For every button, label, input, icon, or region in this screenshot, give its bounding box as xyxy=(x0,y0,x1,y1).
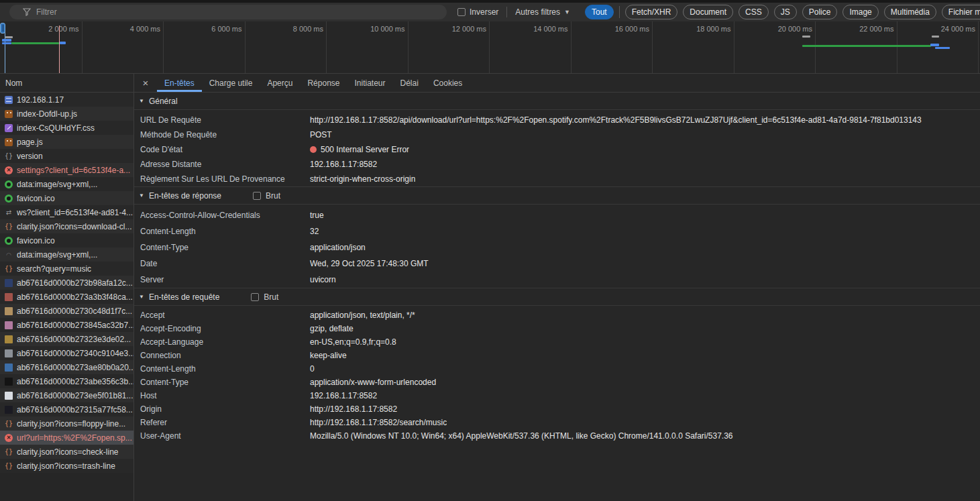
timeline-tick-label: 12 000 ms xyxy=(429,25,486,33)
raw-checkbox-request[interactable] xyxy=(251,293,259,301)
invert-checkbox-wrap[interactable]: Inverser xyxy=(457,7,498,17)
header-row: User-AgentMozilla/5.0 (Windows NT 10.0; … xyxy=(134,429,980,443)
invert-checkbox[interactable] xyxy=(457,8,466,16)
header-value: true xyxy=(310,211,324,220)
tab-cookies[interactable]: Cookies xyxy=(426,74,470,92)
request-row[interactable]: ab67616d0000b27340c9104e3... xyxy=(0,346,133,360)
header-name: Content-Type xyxy=(140,378,310,387)
request-row[interactable]: {}clarity.json?icons=download-cl... xyxy=(0,219,133,233)
raw-checkbox-response[interactable] xyxy=(253,192,261,200)
name-column-label: Nom xyxy=(5,78,22,88)
tab-aper-u[interactable]: Aperçu xyxy=(260,74,300,92)
filter-chip-image[interactable]: Image xyxy=(842,5,878,19)
request-row[interactable]: {}clarity.json?icons=trash-line xyxy=(0,459,133,473)
request-row[interactable]: ✕settings?client_id=6c513f4e-a... xyxy=(0,163,133,177)
overview-drag-handle[interactable] xyxy=(0,23,5,34)
header-row: Connectionkeep-alive xyxy=(134,349,980,362)
tab-en-t-tes[interactable]: En-têtes xyxy=(157,74,202,92)
request-row[interactable]: index-Dofdl-up.js xyxy=(0,107,133,121)
header-row: Originhttp://192.168.1.17:8582 xyxy=(134,402,980,416)
filter-chip-police[interactable]: Police xyxy=(802,5,838,19)
header-row: Access-Control-Allow-Credentialstrue xyxy=(134,207,980,223)
request-row[interactable]: ab67616d0000b273a3b3f48ca... xyxy=(0,290,133,304)
request-row[interactable]: ab67616d0000b273845ac32b7... xyxy=(0,318,133,332)
script-icon xyxy=(5,110,13,118)
filter-chip-css[interactable]: CSS xyxy=(739,5,769,19)
tab-initiateur[interactable]: Initiateur xyxy=(347,74,393,92)
waterfall-bar xyxy=(935,47,950,49)
header-value-text: gzip, deflate xyxy=(310,324,353,333)
request-row[interactable]: ab67616d0000b27315a77fc58... xyxy=(0,402,133,416)
filter-chip-tout[interactable]: Tout xyxy=(585,5,614,19)
request-row[interactable]: {}search?query=music xyxy=(0,262,133,276)
close-icon[interactable]: × xyxy=(134,74,157,92)
raw-toggle-request[interactable]: Brut xyxy=(251,292,278,302)
request-row[interactable]: ab67616d0000b273ee5f01b81... xyxy=(0,388,133,402)
section-general-header[interactable]: ▼ Général xyxy=(134,93,980,110)
request-row[interactable]: data:image/svg+xml,... xyxy=(0,177,133,191)
request-name: ws?client_id=6c513f4e-ad81-4... xyxy=(17,208,133,217)
request-row[interactable]: ⇄ws?client_id=6c513f4e-ad81-4... xyxy=(0,205,133,219)
section-response-headers: ▼ En-têtes de réponse Brut Access-Contro… xyxy=(134,186,980,288)
header-value-text: Mozilla/5.0 (Windows NT 10.0; Win64; x64… xyxy=(310,431,733,441)
request-row[interactable]: ab67616d0000b2730c48d1f7c... xyxy=(0,304,133,318)
tab-charge-utile[interactable]: Charge utile xyxy=(202,74,260,92)
tab-r-ponse[interactable]: Réponse xyxy=(300,74,347,92)
request-row[interactable]: ab67616d0000b273abe356c3b... xyxy=(0,374,133,388)
tab-d-lai[interactable]: Délai xyxy=(393,74,426,92)
header-name: User-Agent xyxy=(140,431,310,441)
timeline-gridline xyxy=(815,21,816,73)
filter-chip-fetch-xhr[interactable]: Fetch/XHR xyxy=(625,5,678,19)
request-name: 192.168.1.17 xyxy=(17,95,64,105)
triangle-down-icon: ▼ xyxy=(139,192,144,199)
network-overview-timeline[interactable]: 2 000 ms4 000 ms6 000 ms8 000 ms10 000 m… xyxy=(0,21,980,74)
more-filters-label: Autres filtres xyxy=(515,7,560,17)
request-row[interactable]: favicon.ico xyxy=(0,233,133,247)
filter-chip-fichier-manifeste[interactable]: Fichier manifeste xyxy=(942,5,980,19)
thumb-icon xyxy=(5,349,13,357)
filter-chip-multim-dia[interactable]: Multimédia xyxy=(884,5,936,19)
header-value: strict-origin-when-cross-origin xyxy=(310,174,415,184)
request-row[interactable]: ab67616d0000b273b98afa12c... xyxy=(0,276,133,290)
request-row[interactable]: ◠data:image/svg+xml,... xyxy=(0,247,133,262)
header-name: Content-Type xyxy=(140,243,310,252)
header-value: 0 xyxy=(310,364,315,374)
header-value: Mozilla/5.0 (Windows NT 10.0; Win64; x64… xyxy=(310,431,733,441)
timeline-tick-label: 8 000 ms xyxy=(266,25,323,33)
status-error-dot-icon xyxy=(310,146,317,153)
section-response-header[interactable]: ▼ En-têtes de réponse Brut xyxy=(134,187,980,205)
request-row[interactable]: ✕url?url=https:%2F%2Fopen.sp... xyxy=(0,431,133,445)
filter-input[interactable]: Filtrer xyxy=(9,5,447,19)
header-value: keep-alive xyxy=(310,351,347,360)
filter-chip-js[interactable]: JS xyxy=(774,5,797,19)
request-name: ab67616d0000b273845ac32b7... xyxy=(17,321,133,330)
section-request-header[interactable]: ▼ En-têtes de requête Brut xyxy=(134,288,980,306)
header-row: Accept-Languageen-US,en;q=0.9,fr;q=0.8 xyxy=(134,335,980,349)
waterfall-bar xyxy=(930,44,939,46)
filter-placeholder: Filtrer xyxy=(36,7,57,17)
filter-chip-document[interactable]: Document xyxy=(683,5,733,19)
script-icon-detail xyxy=(7,140,11,144)
request-row[interactable]: {}clarity.json?icons=floppy-line... xyxy=(0,416,133,431)
request-row[interactable]: {}version xyxy=(0,149,133,163)
request-row[interactable]: 192.168.1.17 xyxy=(0,93,133,107)
request-row[interactable]: ab67616d0000b273ae80b0a20... xyxy=(0,360,133,374)
name-column-header[interactable]: Nom xyxy=(0,74,133,93)
raw-label-request: Brut xyxy=(264,292,278,302)
waterfall-bar xyxy=(2,39,11,42)
request-row[interactable]: {}clarity.json?icons=check-line xyxy=(0,445,133,459)
more-filters-button[interactable]: Autres filtres ▼ xyxy=(515,7,570,17)
request-name: ab67616d0000b27340c9104e3... xyxy=(17,349,133,358)
header-name: Connection xyxy=(140,351,310,360)
request-row[interactable]: ab67616d0000b27323e3de02... xyxy=(0,332,133,346)
raw-toggle-response[interactable]: Brut xyxy=(253,191,280,201)
request-row[interactable]: page.js xyxy=(0,135,133,149)
header-row: URL De Requêtehttp://192.168.1.17:8582/a… xyxy=(134,113,980,127)
header-value-text: POST xyxy=(310,130,332,140)
header-value: application/json xyxy=(310,243,366,252)
request-row[interactable]: index-CsQUHdYF.css xyxy=(0,121,133,135)
request-row[interactable]: favicon.ico xyxy=(0,191,133,205)
img-green-icon xyxy=(5,237,13,245)
request-name: ab67616d0000b273ae80b0a20... xyxy=(17,363,133,372)
thumb-icon xyxy=(5,307,13,315)
